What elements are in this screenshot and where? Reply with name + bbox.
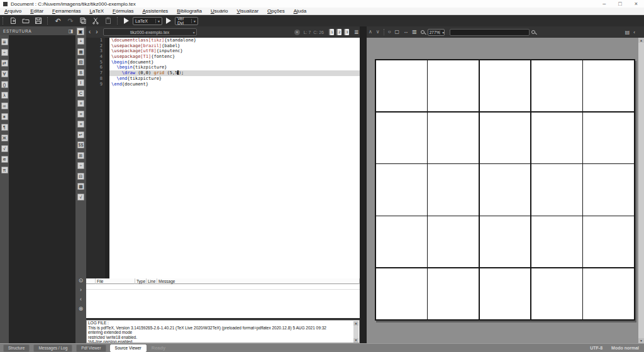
italic-icon[interactable]: I	[77, 79, 84, 86]
cut-icon[interactable]	[91, 17, 100, 25]
fit-width-icon[interactable]: ↔	[403, 29, 408, 35]
wasysym-icon[interactable]: ≋	[1, 156, 8, 163]
cyrillic-icon[interactable]: Ж	[1, 135, 8, 141]
mode-label[interactable]: Modo normal	[611, 346, 639, 350]
numbering-icon[interactable]: ¶	[1, 124, 8, 131]
search-icon[interactable]	[531, 30, 535, 34]
encoding-label[interactable]: UTF-8	[590, 346, 602, 350]
panel-detach-icon[interactable]: ◨	[69, 28, 74, 34]
magnifier-icon[interactable]	[421, 30, 425, 34]
misc-math-icon[interactable]: ∞	[1, 102, 8, 109]
zoom-level-selector[interactable]: 277% ▾	[428, 29, 445, 36]
include-graphics-icon[interactable]: ▦	[77, 48, 84, 55]
paste-icon[interactable]	[104, 17, 113, 25]
insert-icon[interactable]: +	[77, 38, 84, 45]
split-window-icon[interactable]: ▣	[77, 28, 84, 35]
fraction-icon[interactable]: ÷	[77, 162, 84, 169]
document-list-icon[interactable]: ≣	[354, 29, 359, 35]
open-file-icon[interactable]	[21, 17, 30, 25]
arrows-icon[interactable]: ⇄	[1, 60, 8, 67]
scroll-down-icon[interactable]: ∨	[376, 29, 380, 35]
relations-icon[interactable]: ∀	[1, 70, 8, 77]
messages-col-message[interactable]: Message	[157, 278, 360, 284]
line-break-icon[interactable]: ↵	[77, 131, 84, 138]
undo-icon[interactable]: ↶	[53, 17, 62, 25]
figure-env-icon[interactable]: ▧	[77, 58, 84, 65]
typewriter-icon[interactable]: C	[77, 90, 84, 97]
scroll-up-icon[interactable]: ∧	[369, 29, 372, 35]
menu-latex[interactable]: LaTeX	[85, 8, 108, 14]
array-icon[interactable]: ⊟	[77, 173, 84, 180]
scroll-up-icon[interactable]: ▲	[638, 38, 644, 43]
close-button[interactable]: ×	[635, 1, 638, 7]
menu-visualizar[interactable]: Visualizar	[233, 8, 264, 14]
original-size-icon[interactable]: ○	[388, 29, 391, 35]
scroll-down-icon[interactable]: ▼	[638, 338, 644, 343]
status-tab-pdf-viewer[interactable]: Pdf Viewer	[76, 344, 106, 352]
structure-panel-body[interactable]	[0, 35, 75, 343]
external-viewer-icon[interactable]: ‹	[633, 30, 635, 35]
align-right-icon[interactable]: ≡	[77, 121, 84, 128]
operators-icon[interactable]: ÷	[1, 49, 8, 56]
align-center-icon[interactable]: ≡	[77, 111, 84, 118]
code-editor[interactable]: 123456789 \documentclass[tikz]{standalon…	[86, 38, 360, 278]
previous-document-icon[interactable]: ‹	[89, 29, 91, 35]
previous-message-icon[interactable]: ‹	[80, 297, 82, 302]
clear-messages-icon[interactable]: ⊗	[79, 306, 84, 312]
inline-math-icon[interactable]: $$	[77, 141, 84, 148]
preview-icon[interactable]: ⊙	[79, 278, 84, 283]
sqrt-icon[interactable]: √	[77, 194, 84, 201]
document-tab[interactable]: tikz000-exemplo.tex ▾	[103, 28, 197, 36]
menu-arquivo[interactable]: Arquivo	[0, 8, 26, 14]
status-tab-source-viewer[interactable]: Source Viewer	[110, 344, 147, 352]
menu-editar[interactable]: Editar	[26, 8, 48, 14]
greek-caps-icon[interactable]: π	[1, 167, 8, 173]
redo-icon[interactable]: ↷	[66, 17, 75, 25]
copy-icon[interactable]	[79, 17, 87, 25]
menu-f-rmulas[interactable]: Fórmulas	[108, 8, 138, 14]
menu-ajuda[interactable]: Ajuda	[289, 8, 311, 14]
bookmark-3-icon[interactable]: 3	[344, 29, 349, 35]
bookmark-1-icon[interactable]: 1	[329, 29, 334, 35]
code-area[interactable]: \documentclass[tikz]{standalone}\usepack…	[109, 38, 360, 278]
stop-compile-icon[interactable]: ×	[294, 30, 300, 35]
messages-col-file[interactable]: File	[96, 278, 135, 284]
log-scrollbar[interactable]: ▲ ▼	[353, 321, 358, 343]
menu-usu-rio[interactable]: Usuário	[206, 8, 233, 14]
menu-op-es[interactable]: Opções	[263, 8, 289, 14]
pdf-viewer[interactable]	[367, 38, 644, 343]
structure-icon[interactable]: ≣	[1, 38, 8, 45]
matrix-icon[interactable]: ⊞	[77, 152, 84, 159]
special-chars-icon[interactable]: √	[1, 145, 8, 152]
bold-icon[interactable]: B	[77, 69, 84, 76]
next-message-icon[interactable]: ›	[80, 287, 82, 293]
presentation-icon[interactable]: ▤	[625, 30, 630, 35]
save-icon[interactable]	[34, 17, 43, 25]
pdf-scrollbar[interactable]: ▲ ▼	[638, 38, 644, 343]
next-document-icon[interactable]: ›	[96, 29, 97, 35]
misc-symbols-icon[interactable]: ∗	[1, 113, 8, 120]
single-page-icon[interactable]: ▥	[412, 29, 417, 35]
messages-col-type[interactable]: Type	[135, 278, 147, 284]
greek-icon[interactable]: λ	[1, 92, 8, 99]
messages-col-line[interactable]: Line	[147, 278, 157, 284]
scroll-up-icon[interactable]: ▲	[353, 321, 358, 326]
panel-splitter[interactable]	[360, 26, 367, 343]
menu-assistentes[interactable]: Assistentes	[138, 8, 172, 14]
status-tab-structure[interactable]: Structure	[3, 344, 30, 352]
fit-window-icon[interactable]: ▢	[395, 29, 400, 35]
tabular-icon[interactable]: ▩	[77, 183, 84, 190]
menu-ferramentas[interactable]: Ferramentas	[48, 8, 85, 14]
maximize-button[interactable]: □	[618, 1, 621, 7]
delimiters-icon[interactable]: ()	[1, 81, 8, 88]
status-tab-messages-log[interactable]: Messages / Log	[33, 344, 72, 352]
view-run-icon[interactable]	[166, 18, 171, 24]
pdf-search-input[interactable]	[450, 29, 530, 36]
minimize-button[interactable]: –	[602, 1, 606, 7]
menu-bibliografia[interactable]: Bibliografia	[172, 8, 206, 14]
scroll-down-icon[interactable]: ▼	[353, 338, 358, 343]
bookmark-2-icon[interactable]: 2	[336, 29, 341, 35]
log-output[interactable]: LOG FILE :This is pdfTeX, Version 3.1415…	[86, 320, 360, 343]
align-left-icon[interactable]: ≡	[77, 100, 84, 107]
compile-run-icon[interactable]	[124, 18, 129, 24]
